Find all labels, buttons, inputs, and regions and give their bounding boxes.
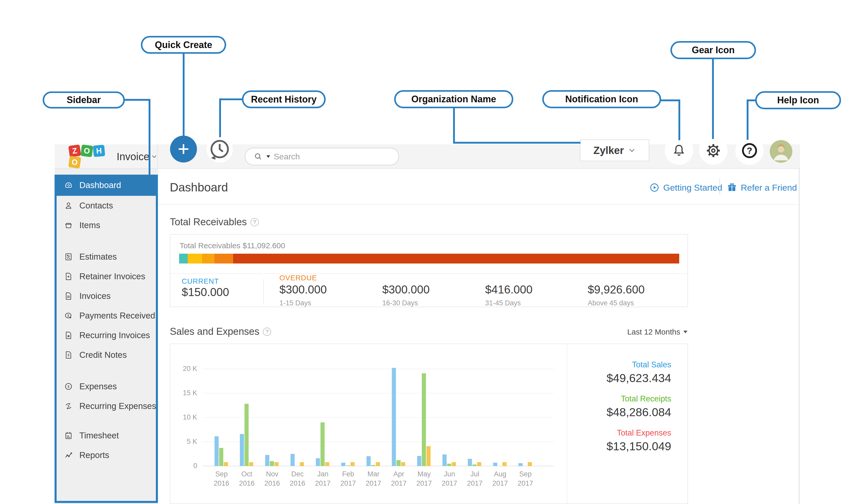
search-box[interactable]: Search bbox=[245, 148, 399, 165]
bar-sales-dec-2016[interactable] bbox=[290, 454, 295, 466]
organization-connector-v bbox=[453, 108, 455, 144]
total-receipts-value: $48,286.084 bbox=[576, 406, 671, 419]
bar-expenses-feb-2017[interactable] bbox=[351, 462, 355, 466]
bar-receipts-apr-2017[interactable] bbox=[396, 460, 400, 466]
search-icon bbox=[253, 152, 263, 161]
bar-expenses-jun-2017[interactable] bbox=[452, 462, 456, 466]
sidebar-item-label: Reports bbox=[79, 450, 109, 460]
bar-expenses-sep-2017[interactable] bbox=[528, 462, 532, 466]
aging-amount-2[interactable]: $416.000 bbox=[485, 283, 533, 296]
sidebar-item-recurring-invoices[interactable]: Recurring Invoices bbox=[55, 325, 158, 345]
total-receipts-label: Total Receipts bbox=[576, 394, 671, 403]
organization-name: Zylker bbox=[593, 145, 624, 156]
organization-selector[interactable]: Zylker bbox=[580, 140, 649, 161]
recurring-invoices-icon bbox=[64, 331, 73, 340]
zoho-logo-tiles: ZOHO bbox=[69, 145, 112, 168]
search-scope-dropdown-icon[interactable] bbox=[266, 155, 270, 158]
gear-connector bbox=[712, 59, 714, 139]
bar-receipts-jun-2017[interactable] bbox=[447, 464, 451, 466]
sidebar-item-items[interactable]: Items bbox=[55, 215, 158, 235]
aging-period-3: Above 45 days bbox=[588, 299, 634, 307]
current-amount[interactable]: $150.000 bbox=[182, 286, 229, 299]
bar-expenses-oct-2016[interactable] bbox=[249, 462, 253, 466]
bar-expenses-mar-2017[interactable] bbox=[376, 462, 380, 466]
bar-expenses-may-2017[interactable] bbox=[426, 446, 431, 466]
zoho-invoice-logo[interactable]: ZOHO Invoice bbox=[55, 144, 158, 169]
aging-bar-segment-1[interactable] bbox=[188, 254, 202, 264]
sidebar-item-recurring-expenses[interactable]: $Recurring Expenses bbox=[55, 396, 158, 416]
sidebar-item-reports[interactable]: Reports bbox=[55, 445, 158, 465]
sidebar-item-dashboard[interactable]: Dashboard bbox=[55, 175, 158, 196]
recent-history-button[interactable] bbox=[207, 136, 233, 162]
bar-receipts-mar-2017[interactable] bbox=[371, 465, 375, 466]
bar-expenses-aug-2017[interactable] bbox=[502, 462, 506, 466]
bar-sales-jan-2017[interactable] bbox=[316, 458, 320, 466]
refer-a-friend-label: Refer a Friend bbox=[741, 183, 797, 193]
sidebar-item-estimates[interactable]: Estimates bbox=[55, 247, 158, 267]
sidebar-item-payments-received[interactable]: $Payments Received bbox=[55, 306, 158, 325]
bar-sales-oct-2016[interactable] bbox=[240, 434, 244, 466]
date-range-label: Last 12 Months bbox=[627, 327, 680, 336]
notifications-button[interactable] bbox=[665, 137, 693, 165]
bar-sales-sep-2016[interactable] bbox=[215, 436, 219, 466]
help-button[interactable]: ? bbox=[735, 137, 764, 165]
getting-started-link[interactable]: Getting Started bbox=[649, 182, 723, 193]
bar-receipts-nov-2016[interactable] bbox=[270, 461, 274, 466]
receivables-aging-bar[interactable] bbox=[179, 254, 679, 264]
date-range-selector[interactable]: Last 12 Months bbox=[584, 327, 688, 336]
bar-sales-jul-2017[interactable] bbox=[468, 459, 472, 466]
help-badge-icon[interactable] bbox=[263, 327, 271, 336]
bar-receipts-may-2017[interactable] bbox=[422, 373, 426, 466]
aging-bar-segment-2[interactable] bbox=[202, 254, 215, 264]
zoho-tile-o1: O bbox=[81, 144, 93, 157]
bar-receipts-sep-2016[interactable] bbox=[219, 448, 223, 466]
bar-receipts-feb-2017[interactable] bbox=[346, 466, 350, 466]
sidebar-item-credit-notes[interactable]: $Credit Notes bbox=[55, 345, 158, 365]
aging-amount-0[interactable]: $300.000 bbox=[279, 283, 327, 296]
bar-receipts-oct-2016[interactable] bbox=[245, 404, 249, 466]
help-connector-v bbox=[747, 100, 748, 140]
logo-chevron-down-icon bbox=[151, 153, 157, 160]
sidebar-item-invoices[interactable]: Invoices bbox=[55, 286, 158, 306]
sidebar-item-label: Payments Received bbox=[79, 311, 155, 321]
total-receivables-card: Total Receivables $11,092.600 CURRENT $1… bbox=[170, 234, 688, 307]
aging-amount-3[interactable]: $9,926.600 bbox=[588, 283, 645, 296]
play-circle-icon bbox=[649, 182, 660, 193]
sidebar-item-expenses[interactable]: $Expenses bbox=[55, 377, 158, 396]
bar-receipts-jul-2017[interactable] bbox=[472, 465, 477, 466]
settings-button[interactable] bbox=[699, 137, 728, 165]
zoho-tile-z0: Z bbox=[68, 144, 81, 157]
refer-a-friend-link[interactable]: Refer a Friend bbox=[727, 182, 797, 193]
bar-expenses-nov-2016[interactable] bbox=[274, 462, 279, 466]
aging-bar-segment-4[interactable] bbox=[233, 254, 679, 264]
aging-bar-segment-3[interactable] bbox=[215, 254, 233, 264]
bar-sales-apr-2017[interactable] bbox=[392, 368, 396, 466]
aging-bar-segment-0[interactable] bbox=[179, 254, 188, 264]
recent-history-connector-h bbox=[219, 98, 242, 100]
bar-sales-aug-2017[interactable] bbox=[493, 463, 497, 466]
sales-expenses-chart[interactable]: 05 K10 K15 K20 KSep2016Oct2016Nov2016Dec… bbox=[170, 344, 567, 504]
bar-expenses-jan-2017[interactable] bbox=[325, 462, 329, 466]
sidebar-item-contacts[interactable]: Contacts bbox=[55, 196, 158, 215]
bar-sales-may-2017[interactable] bbox=[417, 456, 421, 466]
bar-expenses-apr-2017[interactable] bbox=[401, 462, 405, 466]
bar-sales-mar-2017[interactable] bbox=[367, 456, 371, 466]
bar-expenses-sep-2016[interactable] bbox=[224, 462, 228, 466]
bar-sales-nov-2016[interactable] bbox=[265, 455, 269, 466]
sales-expenses-heading: Sales and Expenses bbox=[170, 326, 271, 337]
sidebar-item-label: Items bbox=[79, 220, 100, 230]
quick-create-button[interactable] bbox=[170, 136, 197, 162]
bar-sales-jun-2017[interactable] bbox=[443, 454, 447, 466]
quick-create-connector bbox=[183, 53, 184, 137]
bar-expenses-dec-2016[interactable] bbox=[300, 462, 304, 466]
sidebar-item-retainer-invoices[interactable]: Retainer Invoices bbox=[55, 267, 158, 286]
help-badge-icon[interactable] bbox=[250, 218, 259, 226]
aging-amount-1[interactable]: $300.000 bbox=[382, 283, 430, 296]
bar-sales-feb-2017[interactable] bbox=[341, 463, 345, 466]
user-avatar[interactable] bbox=[770, 140, 792, 163]
bar-sales-sep-2017[interactable] bbox=[518, 463, 522, 466]
sidebar-item-timesheet[interactable]: Timesheet bbox=[55, 426, 158, 445]
total-expenses-label: Total Expenses bbox=[576, 428, 671, 438]
bar-expenses-jul-2017[interactable] bbox=[477, 462, 481, 466]
bar-receipts-jan-2017[interactable] bbox=[320, 422, 325, 466]
